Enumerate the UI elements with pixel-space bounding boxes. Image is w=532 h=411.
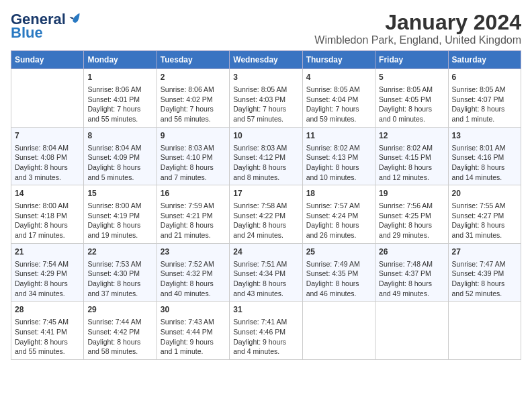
day-number: 17 xyxy=(233,188,298,199)
calendar-header-row: Sunday Monday Tuesday Wednesday Thursday… xyxy=(11,51,521,69)
table-row: 29Sunrise: 7:44 AMSunset: 4:42 PMDayligh… xyxy=(84,302,157,360)
day-info: Sunrise: 7:51 AMSunset: 4:34 PMDaylight:… xyxy=(233,259,298,299)
day-number: 24 xyxy=(233,246,298,258)
table-row: 11Sunrise: 8:02 AMSunset: 4:13 PMDayligh… xyxy=(302,127,375,185)
day-number: 1 xyxy=(87,72,152,83)
table-row: 6Sunrise: 8:05 AMSunset: 4:07 PMDaylight… xyxy=(448,69,521,128)
day-info: Sunrise: 8:00 AMSunset: 4:18 PMDaylight:… xyxy=(15,201,80,240)
table-row: 4Sunrise: 8:05 AMSunset: 4:04 PMDaylight… xyxy=(302,69,375,128)
day-info: Sunrise: 7:41 AMSunset: 4:46 PMDaylight:… xyxy=(233,317,298,357)
calendar-table: Sunday Monday Tuesday Wednesday Thursday… xyxy=(11,50,521,360)
table-row: 23Sunrise: 7:52 AMSunset: 4:32 PMDayligh… xyxy=(157,243,229,302)
day-info: Sunrise: 7:54 AMSunset: 4:29 PMDaylight:… xyxy=(15,259,80,299)
day-number: 8 xyxy=(87,130,152,142)
col-tuesday: Tuesday xyxy=(157,51,229,69)
day-number: 21 xyxy=(15,246,80,258)
day-number: 29 xyxy=(87,304,152,316)
day-info: Sunrise: 7:56 AMSunset: 4:25 PMDaylight:… xyxy=(379,201,444,240)
table-row: 31Sunrise: 7:41 AMSunset: 4:46 PMDayligh… xyxy=(230,302,302,360)
table-row xyxy=(302,302,375,360)
day-number: 28 xyxy=(15,304,80,316)
table-row: 21Sunrise: 7:54 AMSunset: 4:29 PMDayligh… xyxy=(11,243,84,302)
day-info: Sunrise: 8:05 AMSunset: 4:04 PMDaylight:… xyxy=(306,85,371,124)
table-row: 19Sunrise: 7:56 AMSunset: 4:25 PMDayligh… xyxy=(375,185,448,244)
table-row: 9Sunrise: 8:03 AMSunset: 4:10 PMDaylight… xyxy=(157,127,229,185)
day-info: Sunrise: 8:05 AMSunset: 4:07 PMDaylight:… xyxy=(452,85,517,124)
day-info: Sunrise: 7:44 AMSunset: 4:42 PMDaylight:… xyxy=(87,317,152,357)
logo-bird-icon xyxy=(69,12,81,24)
table-row: 12Sunrise: 8:02 AMSunset: 4:15 PMDayligh… xyxy=(375,127,448,185)
table-row: 7Sunrise: 8:04 AMSunset: 4:08 PMDaylight… xyxy=(11,127,84,185)
day-number: 3 xyxy=(233,72,298,83)
calendar-week-row: 28Sunrise: 7:45 AMSunset: 4:41 PMDayligh… xyxy=(11,302,521,360)
col-wednesday: Wednesday xyxy=(230,51,302,69)
day-number: 12 xyxy=(379,130,444,142)
day-number: 19 xyxy=(379,188,444,199)
calendar-week-row: 7Sunrise: 8:04 AMSunset: 4:08 PMDaylight… xyxy=(11,127,521,185)
day-info: Sunrise: 8:00 AMSunset: 4:19 PMDaylight:… xyxy=(87,201,152,240)
day-number: 10 xyxy=(233,130,298,142)
table-row: 22Sunrise: 7:53 AMSunset: 4:30 PMDayligh… xyxy=(84,243,157,302)
day-info: Sunrise: 8:04 AMSunset: 4:09 PMDaylight:… xyxy=(87,143,152,183)
day-info: Sunrise: 8:05 AMSunset: 4:03 PMDaylight:… xyxy=(233,85,298,124)
table-row: 2Sunrise: 8:06 AMSunset: 4:02 PMDaylight… xyxy=(157,69,229,128)
calendar-week-row: 14Sunrise: 8:00 AMSunset: 4:18 PMDayligh… xyxy=(11,185,521,244)
table-row: 18Sunrise: 7:57 AMSunset: 4:24 PMDayligh… xyxy=(302,185,375,244)
table-row: 20Sunrise: 7:55 AMSunset: 4:27 PMDayligh… xyxy=(448,185,521,244)
day-number: 25 xyxy=(306,246,371,258)
day-info: Sunrise: 8:06 AMSunset: 4:02 PMDaylight:… xyxy=(161,85,226,124)
day-info: Sunrise: 8:05 AMSunset: 4:05 PMDaylight:… xyxy=(379,85,444,124)
day-info: Sunrise: 8:04 AMSunset: 4:08 PMDaylight:… xyxy=(15,143,80,183)
table-row: 26Sunrise: 7:48 AMSunset: 4:37 PMDayligh… xyxy=(375,243,448,302)
day-number: 20 xyxy=(452,188,517,199)
col-monday: Monday xyxy=(84,51,157,69)
table-row: 25Sunrise: 7:49 AMSunset: 4:35 PMDayligh… xyxy=(302,243,375,302)
day-info: Sunrise: 7:49 AMSunset: 4:35 PMDaylight:… xyxy=(306,259,371,299)
calendar-week-row: 1Sunrise: 8:06 AMSunset: 4:01 PMDaylight… xyxy=(11,69,521,128)
day-info: Sunrise: 7:58 AMSunset: 4:22 PMDaylight:… xyxy=(233,201,298,240)
day-number: 6 xyxy=(452,72,517,83)
day-number: 5 xyxy=(379,72,444,83)
day-info: Sunrise: 7:59 AMSunset: 4:21 PMDaylight:… xyxy=(161,201,226,240)
calendar-subtitle: Wimbledon Park, England, United Kingdom xyxy=(314,34,521,46)
table-row: 28Sunrise: 7:45 AMSunset: 4:41 PMDayligh… xyxy=(11,302,84,360)
day-number: 23 xyxy=(161,246,226,258)
day-info: Sunrise: 8:03 AMSunset: 4:12 PMDaylight:… xyxy=(233,143,298,183)
day-number: 30 xyxy=(161,304,226,316)
day-number: 2 xyxy=(161,72,226,83)
day-number: 13 xyxy=(452,130,517,142)
table-row: 17Sunrise: 7:58 AMSunset: 4:22 PMDayligh… xyxy=(230,185,302,244)
day-info: Sunrise: 7:55 AMSunset: 4:27 PMDaylight:… xyxy=(452,201,517,240)
day-info: Sunrise: 7:43 AMSunset: 4:44 PMDaylight:… xyxy=(161,317,226,357)
day-info: Sunrise: 8:01 AMSunset: 4:16 PMDaylight:… xyxy=(452,143,517,183)
col-sunday: Sunday xyxy=(11,51,84,69)
col-friday: Friday xyxy=(375,51,448,69)
header: General Blue January 2024 Wimbledon Park… xyxy=(11,11,521,46)
day-info: Sunrise: 7:48 AMSunset: 4:37 PMDaylight:… xyxy=(379,259,444,299)
day-number: 15 xyxy=(87,188,152,199)
day-info: Sunrise: 8:06 AMSunset: 4:01 PMDaylight:… xyxy=(87,85,152,124)
table-row: 1Sunrise: 8:06 AMSunset: 4:01 PMDaylight… xyxy=(84,69,157,128)
day-number: 31 xyxy=(233,304,298,316)
day-info: Sunrise: 7:53 AMSunset: 4:30 PMDaylight:… xyxy=(87,259,152,299)
col-saturday: Saturday xyxy=(448,51,521,69)
table-row xyxy=(448,302,521,360)
day-number: 16 xyxy=(161,188,226,199)
day-info: Sunrise: 8:02 AMSunset: 4:13 PMDaylight:… xyxy=(306,143,371,183)
calendar-body: 1Sunrise: 8:06 AMSunset: 4:01 PMDaylight… xyxy=(11,69,521,360)
day-info: Sunrise: 8:03 AMSunset: 4:10 PMDaylight:… xyxy=(161,143,226,183)
day-info: Sunrise: 7:47 AMSunset: 4:39 PMDaylight:… xyxy=(452,259,517,299)
day-number: 27 xyxy=(452,246,517,258)
day-number: 9 xyxy=(161,130,226,142)
day-number: 26 xyxy=(379,246,444,258)
logo: General Blue xyxy=(11,11,81,42)
table-row: 30Sunrise: 7:43 AMSunset: 4:44 PMDayligh… xyxy=(157,302,229,360)
day-info: Sunrise: 8:02 AMSunset: 4:15 PMDaylight:… xyxy=(379,143,444,183)
col-thursday: Thursday xyxy=(302,51,375,69)
table-row: 24Sunrise: 7:51 AMSunset: 4:34 PMDayligh… xyxy=(230,243,302,302)
table-row: 10Sunrise: 8:03 AMSunset: 4:12 PMDayligh… xyxy=(230,127,302,185)
day-number: 4 xyxy=(306,72,371,83)
table-row: 14Sunrise: 8:00 AMSunset: 4:18 PMDayligh… xyxy=(11,185,84,244)
table-row: 27Sunrise: 7:47 AMSunset: 4:39 PMDayligh… xyxy=(448,243,521,302)
logo-blue: Blue xyxy=(11,24,43,42)
